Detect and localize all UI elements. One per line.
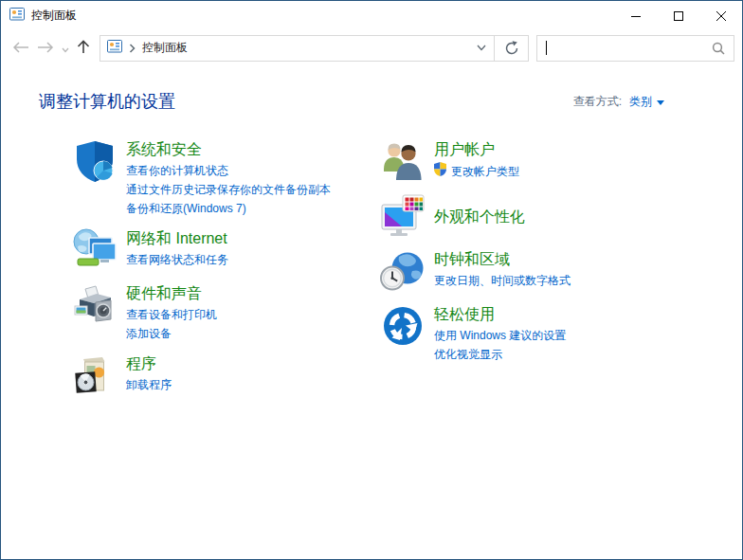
up-button[interactable] xyxy=(77,39,90,58)
page-title: 调整计算机的设置 xyxy=(39,90,175,113)
category-title-hardware-sound[interactable]: 硬件和声音 xyxy=(126,283,217,303)
category-programs: 程序 卸载程序 xyxy=(72,352,380,398)
search-box xyxy=(536,35,734,62)
task-view-devices-printers[interactable]: 查看设备和打印机 xyxy=(126,305,217,324)
left-column: 系统和安全 查看你的计算机状态 通过文件历史记录保存你的文件备份副本 备份和还原… xyxy=(72,138,380,407)
view-by-label: 查看方式: xyxy=(573,94,622,110)
task-add-device[interactable]: 添加设备 xyxy=(126,324,217,343)
minimize-button[interactable] xyxy=(614,1,657,30)
maximize-icon xyxy=(674,11,683,21)
category-appearance-personalization: 外观和个性化 xyxy=(380,193,688,239)
task-suggested-settings[interactable]: 使用 Windows 建议的设置 xyxy=(434,326,566,345)
up-arrow-icon xyxy=(77,39,90,54)
view-by-value[interactable]: 类别 xyxy=(629,94,652,110)
content-area: 调整计算机的设置 查看方式: 类别 xyxy=(1,65,742,407)
ease-of-access-icon[interactable] xyxy=(380,303,426,349)
category-title-programs[interactable]: 程序 xyxy=(126,353,172,373)
minimize-icon xyxy=(631,11,641,21)
maximize-button[interactable] xyxy=(657,1,699,30)
task-file-history-backup[interactable]: 通过文件历史记录保存你的文件备份副本 xyxy=(126,180,331,199)
category-title-system-security[interactable]: 系统和安全 xyxy=(126,139,331,159)
chevron-down-icon xyxy=(477,45,486,51)
category-ease-of-access: 轻松使用 使用 Windows 建议的设置 优化视觉显示 xyxy=(380,303,688,364)
appearance-icon[interactable] xyxy=(380,193,426,239)
close-icon xyxy=(716,11,726,21)
breadcrumb-item-control-panel[interactable]: 控制面板 xyxy=(142,40,188,56)
back-button[interactable] xyxy=(12,40,29,57)
control-panel-icon xyxy=(9,7,25,26)
breadcrumb[interactable]: 控制面板 xyxy=(100,36,469,61)
printer-sound-icon[interactable] xyxy=(72,282,118,328)
breadcrumb-control-panel-icon xyxy=(107,39,122,58)
category-title-user-accounts[interactable]: 用户帐户 xyxy=(434,139,519,159)
task-optimize-visual-display[interactable]: 优化视觉显示 xyxy=(434,345,566,364)
recent-pages-button[interactable] xyxy=(62,40,69,57)
category-clock-region: 时钟和区域 更改日期、时间或数字格式 xyxy=(380,248,688,294)
category-hardware-sound: 硬件和声音 查看设备和打印机 添加设备 xyxy=(72,282,380,343)
right-column: 用户帐户 更改帐户类型 xyxy=(380,138,688,407)
forward-button[interactable] xyxy=(37,40,54,57)
search-input[interactable] xyxy=(547,36,708,61)
breadcrumb-separator-chevron-icon[interactable] xyxy=(129,40,136,57)
view-by-control: 查看方式: 类别 xyxy=(573,94,664,110)
navigation-bar: 控制面板 xyxy=(1,30,742,65)
clock-region-icon[interactable] xyxy=(380,248,426,294)
view-by-dropdown[interactable]: 类别 xyxy=(629,94,664,110)
chevron-down-icon xyxy=(62,47,69,53)
window-title: 控制面板 xyxy=(31,8,614,24)
forward-arrow-icon xyxy=(37,42,54,53)
network-globe-icon[interactable] xyxy=(72,227,118,273)
task-check-computer-status[interactable]: 查看你的计算机状态 xyxy=(126,161,331,180)
task-uninstall-program[interactable]: 卸载程序 xyxy=(126,375,172,394)
category-columns: 系统和安全 查看你的计算机状态 通过文件历史记录保存你的文件备份副本 备份和还原… xyxy=(39,138,742,407)
back-arrow-icon xyxy=(12,42,29,53)
close-button[interactable] xyxy=(699,1,742,30)
security-shield-icon[interactable] xyxy=(72,138,118,184)
uac-shield-icon xyxy=(434,162,446,181)
user-accounts-icon[interactable] xyxy=(380,138,426,184)
program-box-icon[interactable] xyxy=(72,352,118,398)
task-backup-restore-win7[interactable]: 备份和还原(Windows 7) xyxy=(126,199,331,218)
task-view-network-status[interactable]: 查看网络状态和任务 xyxy=(126,250,228,269)
control-panel-window: 控制面板 xyxy=(0,0,743,560)
category-system-security: 系统和安全 查看你的计算机状态 通过文件历史记录保存你的文件备份副本 备份和还原… xyxy=(72,138,380,218)
task-change-date-time-format[interactable]: 更改日期、时间或数字格式 xyxy=(434,271,571,290)
refresh-button[interactable] xyxy=(494,36,528,61)
category-title-ease-of-access[interactable]: 轻松使用 xyxy=(434,304,566,324)
title-bar: 控制面板 xyxy=(1,1,742,30)
address-bar: 控制面板 xyxy=(100,35,529,62)
category-title-network-internet[interactable]: 网络和 Internet xyxy=(126,228,228,248)
category-title-appearance-personalization[interactable]: 外观和个性化 xyxy=(434,207,525,226)
task-change-account-type[interactable]: 更改帐户类型 xyxy=(434,161,519,182)
search-icon[interactable] xyxy=(712,42,725,55)
category-user-accounts: 用户帐户 更改帐户类型 xyxy=(380,138,688,184)
nav-controls xyxy=(1,39,100,58)
page-header: 调整计算机的设置 查看方式: 类别 xyxy=(39,90,742,113)
dropdown-caret-icon xyxy=(657,100,664,105)
address-dropdown-button[interactable] xyxy=(469,36,494,61)
category-title-clock-region[interactable]: 时钟和区域 xyxy=(434,249,571,269)
refresh-icon xyxy=(504,41,519,56)
category-network-internet: 网络和 Internet 查看网络状态和任务 xyxy=(72,227,380,273)
